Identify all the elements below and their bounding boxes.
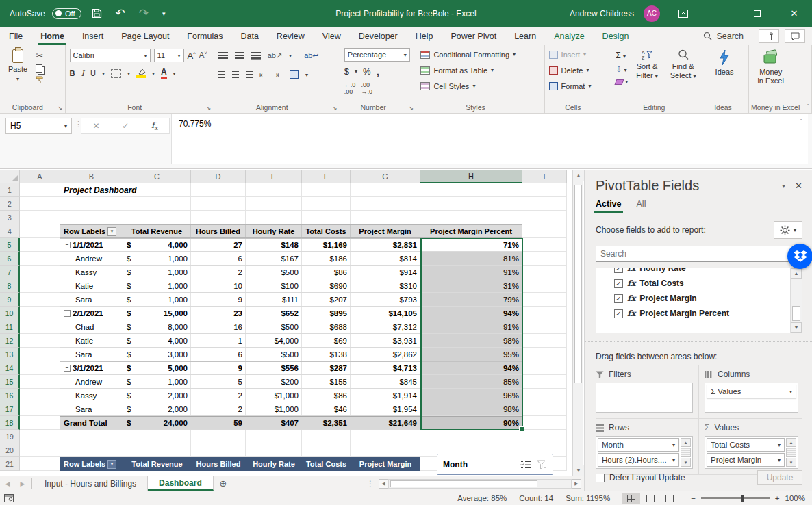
cell-hours[interactable]: 10 [191, 279, 246, 293]
pivot-row-andrew[interactable]: Andrew$1,0005$200$155$84585% [60, 375, 522, 389]
month-slicer[interactable]: Month [437, 454, 553, 475]
fields-search-input[interactable]: Search [596, 246, 802, 262]
cell-label[interactable]: Katie [60, 334, 123, 348]
cell-hours[interactable]: 1 [191, 334, 246, 348]
zoom-out-button[interactable]: − [691, 494, 696, 502]
field-item-project-margin[interactable]: ✓fxProject Margin [598, 291, 800, 306]
cell-margin[interactable]: $2,831 [351, 238, 420, 252]
shrink-font-button[interactable]: A˅ [199, 51, 207, 60]
cell-hours[interactable]: 9 [191, 361, 246, 375]
accounting-format-icon[interactable]: $ [344, 66, 349, 77]
insert-function-icon[interactable]: fx [151, 120, 158, 131]
zoom-in-button[interactable]: + [775, 494, 780, 502]
cell-margin[interactable]: $1,954 [351, 402, 420, 416]
cell-revenue[interactable]: $4,000 [123, 334, 191, 348]
cell-pct[interactable]: 94% [420, 361, 522, 375]
tab-formulas[interactable]: Formulas [178, 29, 231, 44]
pivot-row-kassy[interactable]: Kassy$1,0002$500$86$91491% [60, 266, 522, 279]
row-header-13[interactable]: 13 [0, 348, 20, 361]
wrap-text-icon[interactable]: ab↩ [304, 51, 318, 60]
pivot-row-3-1-2021[interactable]: −3/1/2021$5,0009$556$287$4,71394% [60, 361, 522, 375]
pivot-row-andrew[interactable]: Andrew$1,0006$167$186$81481% [60, 252, 522, 266]
font-name-select[interactable]: Calibri▾ [70, 49, 151, 62]
new-sheet-button[interactable]: ⊕ [214, 476, 233, 491]
pill-chevron-icon[interactable]: ▾ [672, 442, 675, 448]
tab-insert[interactable]: Insert [73, 29, 112, 44]
cell-rate[interactable]: $500 [246, 266, 302, 279]
cell-hours[interactable]: 6 [191, 252, 246, 266]
row-header-14[interactable]: 14 [0, 361, 20, 375]
horizontal-scroll-thumb[interactable] [390, 480, 537, 487]
field-list-scroll-up-icon[interactable]: ▲ [791, 268, 802, 279]
filters-area[interactable]: Filters [596, 365, 699, 419]
tab-home[interactable]: Home [31, 29, 73, 44]
cell-hours[interactable]: 23 [191, 307, 246, 320]
sort-filter-button[interactable]: AZ Sort &Filter ▾ [632, 48, 662, 102]
clear-button[interactable]: ▾ [616, 79, 628, 85]
cell-label[interactable]: −3/1/2021 [60, 361, 123, 375]
update-button[interactable]: Update [757, 470, 802, 485]
format-cells-button[interactable]: Format▾ [549, 79, 607, 92]
decrease-indent-icon[interactable]: ⇤ [259, 70, 266, 79]
number-dialog-launcher[interactable]: ↘ [409, 105, 414, 112]
cell-margin[interactable]: $310 [351, 279, 420, 293]
money-in-excel-button[interactable]: Moneyin Excel [753, 48, 788, 102]
vertical-scrollbar[interactable]: ▲ ▼ [572, 170, 583, 476]
tab-splitter[interactable]: ⋮ [362, 479, 379, 489]
row-header-6[interactable]: 6 [0, 252, 20, 266]
name-box[interactable]: H5 ▾ [5, 118, 72, 134]
cell-margin[interactable]: $4,713 [351, 361, 420, 375]
cell-costs[interactable]: $186 [302, 252, 351, 266]
cell-pct[interactable]: 91% [420, 266, 522, 279]
panel-tab-all[interactable]: All [637, 199, 646, 209]
cell-rate[interactable]: $148 [246, 238, 302, 252]
field-list-scroll-thumb[interactable] [792, 306, 800, 321]
zoom-slider-thumb[interactable] [741, 495, 744, 502]
pivot2-header-4[interactable]: Total Costs [302, 457, 351, 471]
cell-margin[interactable]: $7,312 [351, 320, 420, 334]
cell-revenue[interactable]: $1,000 [123, 293, 191, 307]
row-header-7[interactable]: 7 [0, 266, 20, 279]
merge-center-icon[interactable] [290, 70, 299, 79]
cell-costs[interactable]: $69 [302, 334, 351, 348]
row-header-15[interactable]: 15 [0, 375, 20, 389]
tab-data[interactable]: Data [231, 29, 267, 44]
tab-page-layout[interactable]: Page Layout [112, 29, 178, 44]
cell-hours[interactable]: 2 [191, 266, 246, 279]
cell-label[interactable]: Chad [60, 320, 123, 334]
cell-label[interactable]: Sara [60, 293, 123, 307]
field-item-total-costs[interactable]: ✓fxTotal Costs [598, 276, 800, 291]
tab-learn[interactable]: Learn [505, 29, 545, 44]
cell-costs[interactable]: $86 [302, 389, 351, 402]
row-header-3[interactable]: 3 [0, 211, 20, 224]
cell-pct[interactable]: 91% [420, 320, 522, 334]
collapse-ribbon-button[interactable]: ˆ [807, 103, 809, 112]
cell-rate[interactable]: $1,000 [246, 402, 302, 416]
row-header-21[interactable]: 21 [0, 457, 20, 471]
macro-record-icon[interactable] [0, 494, 14, 502]
italic-button[interactable]: I [81, 69, 84, 78]
cell-hours[interactable]: 9 [191, 293, 246, 307]
row-header-20[interactable]: 20 [0, 443, 20, 457]
row-header-10[interactable]: 10 [0, 307, 20, 320]
cell-costs[interactable]: $46 [302, 402, 351, 416]
cell-rate[interactable]: $556 [246, 361, 302, 375]
horizontal-scrollbar[interactable] [388, 479, 572, 489]
sheet-tab-input-hours-and-billings[interactable]: Input - Hours and Billings [34, 476, 148, 491]
pivot-row-2-1-2021[interactable]: −2/1/2021$15,00023$652$895$14,10594% [60, 307, 522, 320]
zoom-slider[interactable] [701, 497, 770, 499]
cell-label[interactable]: −2/1/2021 [60, 307, 123, 320]
pivot-row-kassy[interactable]: Kassy$2,0002$1,000$86$1,91496% [60, 389, 522, 402]
field-list-scroll-down-icon[interactable]: ▼ [791, 322, 802, 333]
column-header-B[interactable]: B [60, 170, 123, 183]
row-header-16[interactable]: 16 [0, 389, 20, 402]
hscroll-left-icon[interactable]: ◀ [379, 479, 388, 489]
cell-margin[interactable]: $814 [351, 252, 420, 266]
sheet-nav-right-icon[interactable]: ▶ [15, 476, 30, 491]
collapse-formula-bar-icon[interactable]: ˆ [800, 118, 802, 127]
pivot2-header-2[interactable]: Hours Billed [191, 457, 246, 471]
redo-button[interactable]: ↷ [136, 5, 152, 22]
grow-font-button[interactable]: A^ [188, 51, 196, 61]
cell-costs[interactable]: $155 [302, 375, 351, 389]
align-center-icon[interactable] [232, 71, 239, 78]
